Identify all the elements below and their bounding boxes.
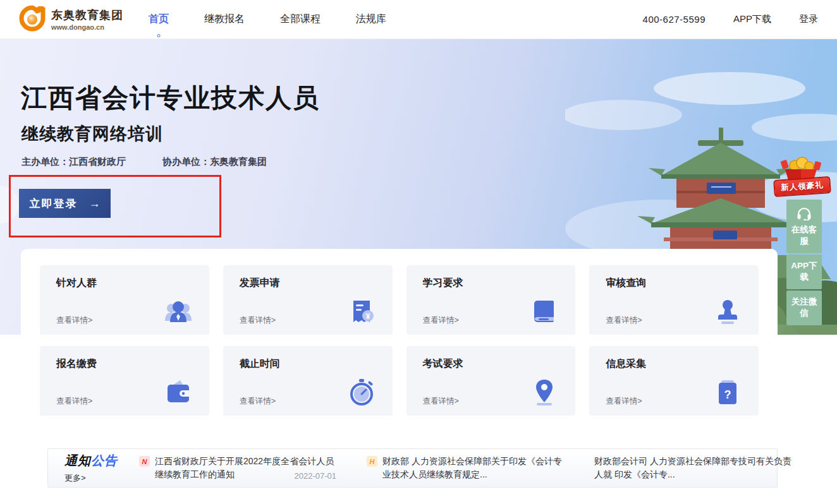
view-details-link[interactable]: 查看详情> [240, 396, 276, 407]
stamp-icon [713, 297, 742, 326]
floating-sidebar: 在线客服 APP下载 关注微信 [786, 200, 822, 327]
notice-items: N 江西省财政厅关于开展2022年度全省会计人员继续教育工作的通知 2022-0… [139, 455, 795, 481]
view-details-link[interactable]: 查看详情> [606, 396, 642, 407]
nav-item-courses[interactable]: 全部课程 [279, 9, 322, 30]
notice-text: 财政部会计司 人力资源社会保障部专技司有关负责人就 印发《会计专... [594, 455, 795, 481]
carousel-arrow-area [0, 186, 19, 224]
notice-item[interactable]: N 江西省财政厅关于开展2022年度全省会计人员继续教育工作的通知 2022-0… [139, 455, 340, 481]
headset-icon [797, 207, 812, 220]
card-title: 截止时间 [240, 357, 376, 371]
page: 东奥教育集团 www.dongao.cn 首页 继教报名 全部课程 法规库 40… [0, 0, 837, 504]
card-title: 针对人群 [56, 277, 193, 290]
location-pin-icon [530, 378, 559, 407]
notice-item[interactable]: 财政部会计司 人力资源社会保障部专技司有关负责人就 印发《会计专... [594, 455, 795, 481]
invoice-icon: ¥ [347, 297, 376, 326]
follow-wechat-button[interactable]: 关注微信 [786, 291, 822, 325]
view-details-link[interactable]: 查看详情> [56, 396, 92, 407]
nav-item-home[interactable]: 首页 [147, 9, 170, 30]
app-download-link[interactable]: APP下载 [733, 13, 771, 25]
new-badge: N [139, 456, 150, 467]
card-review-query[interactable]: 审核查询 查看详情> [589, 265, 759, 335]
app-download-label: APP下载 [791, 261, 817, 282]
hero-title: 江西省会计专业技术人员 [21, 81, 320, 116]
card-title: 学习要求 [423, 277, 559, 290]
login-link[interactable]: 登录 [799, 13, 818, 25]
card-study-requirements[interactable]: 学习要求 查看详情> [406, 265, 576, 335]
notice-more-link[interactable]: 更多> [64, 472, 86, 484]
card-title: 考试要求 [423, 357, 559, 371]
hot-badge: H [367, 456, 377, 467]
card-title: 发票申请 [240, 277, 376, 290]
stopwatch-icon [347, 378, 376, 407]
newcomer-gift-widget[interactable]: 新人领豪礼 [774, 155, 831, 195]
nav-item-registration[interactable]: 继教报名 [203, 9, 246, 30]
logo-url: www.dongao.cn [51, 23, 123, 31]
login-now-button[interactable]: 立即登录 → [19, 189, 111, 218]
svg-text:?: ? [724, 388, 731, 401]
host-unit: 主办单位：江西省财政厅 [21, 156, 126, 168]
view-details-link[interactable]: 查看详情> [240, 315, 276, 326]
view-details-link[interactable]: 查看详情> [606, 315, 642, 326]
arrow-right-icon: → [89, 197, 101, 210]
active-indicator-dot [157, 34, 161, 37]
notice-text: 财政部 人力资源社会保障部关于印发《会计专业技术人员继续教育规定... [382, 455, 568, 481]
card-title: 报名缴费 [56, 357, 193, 371]
card-title: 审核查询 [606, 277, 742, 290]
feature-cards-panel: 针对人群 查看详情> 发票申请 查看详情> [21, 249, 778, 432]
notice-item[interactable]: H 财政部 人力资源社会保障部关于印发《会计专业技术人员继续教育规定... [367, 455, 568, 481]
service-phone: 400-627-5599 [643, 14, 706, 25]
hero-organizers: 主办单位：江西省财政厅 协办单位：东奥教育集团 [21, 156, 267, 168]
dongao-logo-icon [19, 4, 46, 35]
online-service-button[interactable]: 在线客服 [786, 200, 822, 253]
main-nav: 首页 继教报名 全部课程 法规库 [147, 9, 388, 30]
notice-bar: 通知公告 更多> N 江西省财政厅关于开展2022年度全省会计人员继续教育工作的… [47, 448, 778, 488]
nav-item-regulations[interactable]: 法规库 [355, 9, 388, 30]
card-deadline[interactable]: 截止时间 查看详情> [223, 346, 393, 416]
card-target-audience[interactable]: 针对人群 查看详情> [40, 265, 209, 335]
gift-banner-label: 新人领豪礼 [773, 176, 831, 197]
card-exam-requirements[interactable]: 考试要求 查看详情> [406, 346, 576, 416]
logo[interactable]: 东奥教育集团 www.dongao.cn [19, 4, 123, 35]
card-grid: 针对人群 查看详情> 发票申请 查看详情> [40, 265, 759, 416]
follow-wechat-label: 关注微信 [791, 297, 817, 318]
view-details-link[interactable]: 查看详情> [56, 315, 92, 326]
co-unit: 协办单位：东奥教育集团 [162, 156, 267, 168]
wallet-icon [164, 378, 193, 407]
card-title: 信息采集 [606, 357, 742, 371]
header: 东奥教育集团 www.dongao.cn 首页 继教报名 全部课程 法规库 40… [0, 0, 837, 39]
notice-date: 2022-07-01 [295, 471, 337, 481]
svg-text:¥: ¥ [365, 312, 370, 321]
notice-brand: 通知公告 更多> [64, 452, 139, 484]
header-right: 400-627-5599 APP下载 登录 [643, 13, 818, 25]
people-icon [164, 297, 193, 326]
notice-title: 通知公告 [64, 452, 139, 469]
card-registration-payment[interactable]: 报名缴费 查看详情> [40, 346, 209, 416]
hero-subtitle: 继续教育网络培训 [21, 123, 163, 145]
logo-title: 东奥教育集团 [51, 8, 123, 23]
online-service-label: 在线客服 [791, 225, 817, 246]
app-download-button[interactable]: APP下载 [786, 255, 822, 289]
card-invoice-request[interactable]: 发票申请 查看详情> ¥ [223, 265, 393, 335]
view-details-link[interactable]: 查看详情> [423, 315, 459, 326]
book-icon [530, 297, 559, 326]
card-info-collection[interactable]: 信息采集 查看详情> ? [589, 346, 759, 416]
view-details-link[interactable]: 查看详情> [423, 396, 459, 407]
clipboard-question-icon: ? [713, 378, 742, 407]
